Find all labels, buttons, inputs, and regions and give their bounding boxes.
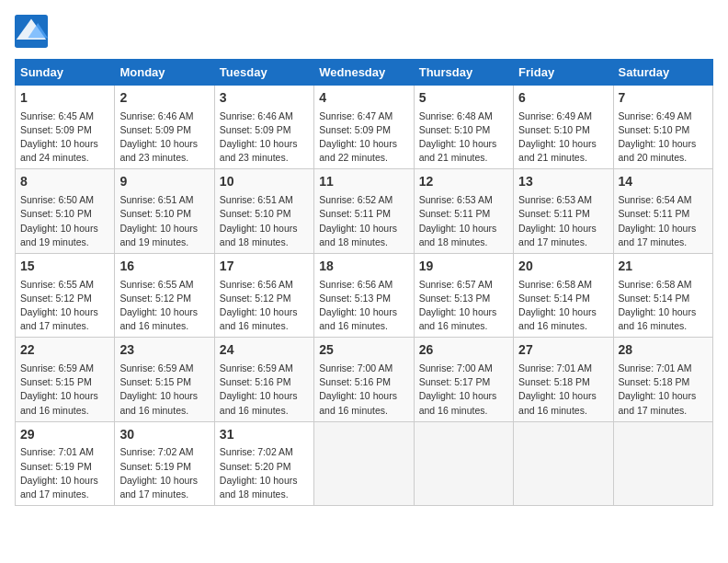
- day-number: 4: [319, 89, 408, 108]
- calendar-cell: [514, 421, 613, 505]
- calendar-cell: 27Sunrise: 7:01 AMSunset: 5:18 PMDayligh…: [514, 338, 613, 421]
- calendar-week-row: 15Sunrise: 6:55 AMSunset: 5:12 PMDayligh…: [16, 253, 713, 337]
- day-info: Sunrise: 6:56 AMSunset: 5:12 PMDaylight:…: [220, 278, 309, 334]
- day-info: Sunrise: 6:53 AMSunset: 5:11 PMDaylight:…: [518, 193, 608, 249]
- calendar-week-row: 8Sunrise: 6:50 AMSunset: 5:10 PMDaylight…: [16, 169, 713, 253]
- calendar-cell: 10Sunrise: 6:51 AMSunset: 5:10 PMDayligh…: [214, 169, 313, 253]
- day-info: Sunrise: 6:59 AMSunset: 5:15 PMDaylight:…: [20, 362, 109, 418]
- day-number: 10: [220, 173, 309, 191]
- day-number: 17: [220, 258, 309, 276]
- calendar-cell: 7Sunrise: 6:49 AMSunset: 5:10 PMDaylight…: [613, 86, 712, 169]
- header-row: SundayMondayTuesdayWednesdayThursdayFrid…: [16, 60, 713, 86]
- calendar-cell: [314, 421, 414, 505]
- day-info: Sunrise: 7:00 AMSunset: 5:17 PMDaylight:…: [419, 362, 508, 418]
- day-info: Sunrise: 6:48 AMSunset: 5:10 PMDaylight:…: [419, 109, 508, 166]
- day-info: Sunrise: 6:47 AMSunset: 5:09 PMDaylight:…: [319, 109, 408, 166]
- day-number: 6: [518, 89, 608, 108]
- day-number: 26: [419, 341, 508, 360]
- day-number: 1: [20, 89, 109, 108]
- calendar-cell: 6Sunrise: 6:49 AMSunset: 5:10 PMDaylight…: [514, 86, 613, 169]
- calendar-cell: 22Sunrise: 6:59 AMSunset: 5:15 PMDayligh…: [16, 338, 115, 421]
- day-number: 7: [619, 89, 708, 108]
- calendar-week-row: 1Sunrise: 6:45 AMSunset: 5:09 PMDaylight…: [16, 86, 713, 169]
- calendar-cell: 5Sunrise: 6:48 AMSunset: 5:10 PMDaylight…: [414, 86, 513, 169]
- calendar-cell: 8Sunrise: 6:50 AMSunset: 5:10 PMDaylight…: [16, 169, 115, 253]
- day-info: Sunrise: 7:01 AMSunset: 5:18 PMDaylight:…: [619, 362, 708, 418]
- day-info: Sunrise: 6:59 AMSunset: 5:15 PMDaylight:…: [119, 362, 209, 418]
- day-number: 23: [119, 341, 209, 360]
- calendar-cell: 11Sunrise: 6:52 AMSunset: 5:11 PMDayligh…: [314, 169, 414, 253]
- calendar-cell: 30Sunrise: 7:02 AMSunset: 5:19 PMDayligh…: [115, 421, 214, 505]
- calendar-cell: 26Sunrise: 7:00 AMSunset: 5:17 PMDayligh…: [414, 338, 513, 421]
- calendar-cell: 28Sunrise: 7:01 AMSunset: 5:18 PMDayligh…: [613, 338, 712, 421]
- day-info: Sunrise: 6:55 AMSunset: 5:12 PMDaylight:…: [20, 278, 109, 334]
- day-number: 19: [419, 258, 508, 276]
- calendar-cell: 20Sunrise: 6:58 AMSunset: 5:14 PMDayligh…: [514, 253, 613, 337]
- day-info: Sunrise: 6:46 AMSunset: 5:09 PMDaylight:…: [220, 109, 309, 166]
- calendar-cell: [414, 421, 513, 505]
- calendar-cell: 23Sunrise: 6:59 AMSunset: 5:15 PMDayligh…: [115, 338, 214, 421]
- day-info: Sunrise: 7:02 AMSunset: 5:19 PMDaylight:…: [119, 445, 209, 501]
- calendar-cell: 3Sunrise: 6:46 AMSunset: 5:09 PMDaylight…: [214, 86, 313, 169]
- calendar-cell: 31Sunrise: 7:02 AMSunset: 5:20 PMDayligh…: [214, 421, 313, 505]
- calendar-cell: 21Sunrise: 6:58 AMSunset: 5:14 PMDayligh…: [613, 253, 712, 337]
- calendar-cell: 24Sunrise: 6:59 AMSunset: 5:16 PMDayligh…: [214, 338, 313, 421]
- day-number: 5: [419, 89, 508, 108]
- day-number: 31: [220, 426, 309, 444]
- calendar-cell: 1Sunrise: 6:45 AMSunset: 5:09 PMDaylight…: [16, 86, 115, 169]
- calendar-cell: 18Sunrise: 6:56 AMSunset: 5:13 PMDayligh…: [314, 253, 414, 337]
- day-info: Sunrise: 6:56 AMSunset: 5:13 PMDaylight:…: [319, 278, 408, 334]
- day-number: 28: [619, 341, 708, 360]
- weekday-header: Monday: [115, 60, 214, 86]
- day-number: 15: [20, 258, 109, 276]
- calendar-cell: [613, 421, 712, 505]
- day-info: Sunrise: 7:02 AMSunset: 5:20 PMDaylight:…: [220, 445, 309, 501]
- day-number: 3: [220, 89, 309, 108]
- calendar-cell: 13Sunrise: 6:53 AMSunset: 5:11 PMDayligh…: [514, 169, 613, 253]
- day-info: Sunrise: 6:58 AMSunset: 5:14 PMDaylight:…: [619, 278, 708, 334]
- calendar-cell: 14Sunrise: 6:54 AMSunset: 5:11 PMDayligh…: [613, 169, 712, 253]
- day-info: Sunrise: 7:01 AMSunset: 5:18 PMDaylight:…: [518, 362, 608, 418]
- weekday-header: Thursday: [414, 60, 513, 86]
- calendar-table: SundayMondayTuesdayWednesdayThursdayFrid…: [15, 59, 713, 506]
- calendar-cell: 29Sunrise: 7:01 AMSunset: 5:19 PMDayligh…: [16, 421, 115, 505]
- day-number: 9: [119, 173, 209, 191]
- day-number: 8: [20, 173, 109, 191]
- day-info: Sunrise: 7:00 AMSunset: 5:16 PMDaylight:…: [319, 362, 408, 418]
- calendar-cell: 25Sunrise: 7:00 AMSunset: 5:16 PMDayligh…: [314, 338, 414, 421]
- day-info: Sunrise: 6:53 AMSunset: 5:11 PMDaylight:…: [419, 193, 508, 249]
- day-number: 12: [419, 173, 508, 191]
- weekday-header: Tuesday: [214, 60, 313, 86]
- weekday-header: Saturday: [613, 60, 712, 86]
- day-number: 14: [619, 173, 708, 191]
- day-number: 29: [20, 426, 109, 444]
- day-info: Sunrise: 6:46 AMSunset: 5:09 PMDaylight:…: [119, 109, 209, 166]
- day-number: 24: [220, 341, 309, 360]
- weekday-header: Friday: [514, 60, 613, 86]
- day-info: Sunrise: 6:55 AMSunset: 5:12 PMDaylight:…: [119, 278, 209, 334]
- calendar-week-row: 22Sunrise: 6:59 AMSunset: 5:15 PMDayligh…: [16, 338, 713, 421]
- day-info: Sunrise: 6:51 AMSunset: 5:10 PMDaylight:…: [220, 193, 309, 249]
- day-info: Sunrise: 6:58 AMSunset: 5:14 PMDaylight:…: [518, 278, 608, 334]
- day-info: Sunrise: 6:57 AMSunset: 5:13 PMDaylight:…: [419, 278, 508, 334]
- day-number: 16: [119, 258, 209, 276]
- day-info: Sunrise: 6:50 AMSunset: 5:10 PMDaylight:…: [20, 193, 109, 249]
- day-info: Sunrise: 6:52 AMSunset: 5:11 PMDaylight:…: [319, 193, 408, 249]
- calendar-cell: 16Sunrise: 6:55 AMSunset: 5:12 PMDayligh…: [115, 253, 214, 337]
- calendar-cell: 4Sunrise: 6:47 AMSunset: 5:09 PMDaylight…: [314, 86, 414, 169]
- day-number: 20: [518, 258, 608, 276]
- logo-icon: [15, 15, 48, 48]
- day-number: 25: [319, 341, 408, 360]
- calendar-cell: 17Sunrise: 6:56 AMSunset: 5:12 PMDayligh…: [214, 253, 313, 337]
- day-info: Sunrise: 6:49 AMSunset: 5:10 PMDaylight:…: [619, 109, 708, 166]
- day-number: 18: [319, 258, 408, 276]
- day-number: 30: [119, 426, 209, 444]
- day-number: 27: [518, 341, 608, 360]
- logo: [15, 15, 50, 48]
- calendar-cell: 2Sunrise: 6:46 AMSunset: 5:09 PMDaylight…: [115, 86, 214, 169]
- day-info: Sunrise: 7:01 AMSunset: 5:19 PMDaylight:…: [20, 445, 109, 501]
- day-number: 21: [619, 258, 708, 276]
- day-number: 13: [518, 173, 608, 191]
- page-header: [15, 15, 713, 48]
- day-info: Sunrise: 6:49 AMSunset: 5:10 PMDaylight:…: [518, 109, 608, 166]
